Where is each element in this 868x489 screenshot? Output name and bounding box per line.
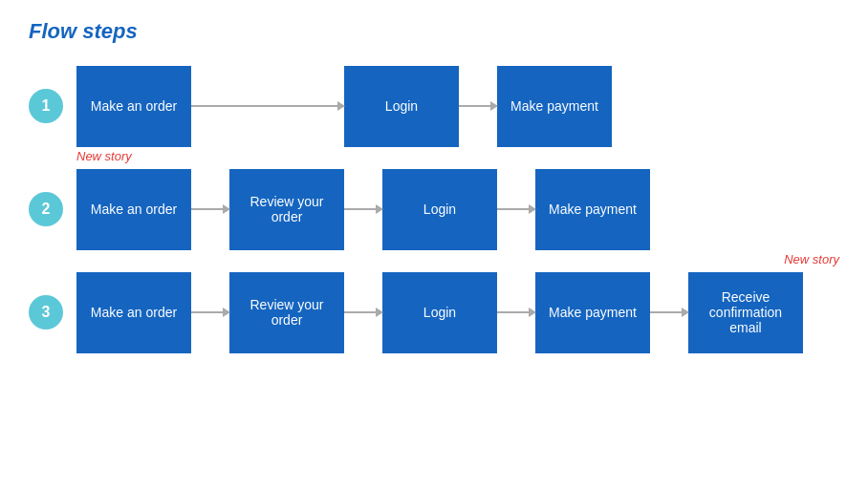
flow-row-2-wrapper: New story 2 Make an order Review your or… — [29, 166, 839, 252]
arrow-1-0 — [191, 105, 344, 107]
step-box-2-2: Login — [382, 169, 497, 250]
step-box-2-3: Make payment — [535, 169, 650, 250]
step-box-3-4: Receive confirmation email — [688, 272, 803, 353]
step-box-2-0: Make an order — [76, 169, 191, 250]
arrow-3-0 — [191, 311, 229, 313]
flow-row-1: 1 Make an order Login Make payment — [29, 63, 839, 149]
step-box-1-1: Login — [344, 66, 459, 147]
arrow-1-1 — [459, 105, 497, 107]
new-story-label-2: New story — [76, 149, 132, 163]
flow-container: 1 Make an order Login Make payment New s… — [29, 63, 839, 363]
step-box-3-2: Login — [382, 272, 497, 353]
new-story-label-3: New story — [784, 252, 839, 266]
steps-wrapper-2: Make an order Review your order Login Ma… — [76, 169, 650, 250]
arrow-3-3 — [650, 311, 688, 313]
step-box-2-1: Review your order — [229, 169, 344, 250]
arrow-3-2 — [497, 311, 535, 313]
step-box-3-0: Make an order — [76, 272, 191, 353]
step-box-1-0: Make an order — [76, 66, 191, 147]
steps-wrapper-3: Make an order Review your order Login Ma… — [76, 272, 803, 353]
arrow-2-0 — [191, 208, 229, 210]
flow-row-1-wrapper: 1 Make an order Login Make payment — [29, 63, 839, 149]
arrow-2-2 — [497, 208, 535, 210]
step-badge-1: 1 — [29, 89, 63, 123]
arrow-2-1 — [344, 208, 382, 210]
step-box-1-2: Make payment — [497, 66, 612, 147]
step-box-3-1: Review your order — [229, 272, 344, 353]
step-box-3-3: Make payment — [535, 272, 650, 353]
steps-wrapper-1: Make an order Login Make payment — [76, 66, 612, 147]
arrow-3-1 — [344, 311, 382, 313]
flow-row-3: 3 Make an order Review your order Login … — [29, 269, 839, 355]
flow-row-2: 2 Make an order Review your order Login … — [29, 166, 839, 252]
step-badge-2: 2 — [29, 192, 63, 226]
flow-row-3-wrapper: New story 3 Make an order Review your or… — [29, 269, 839, 355]
step-badge-3: 3 — [29, 295, 63, 330]
page-title: Flow steps — [29, 19, 839, 44]
